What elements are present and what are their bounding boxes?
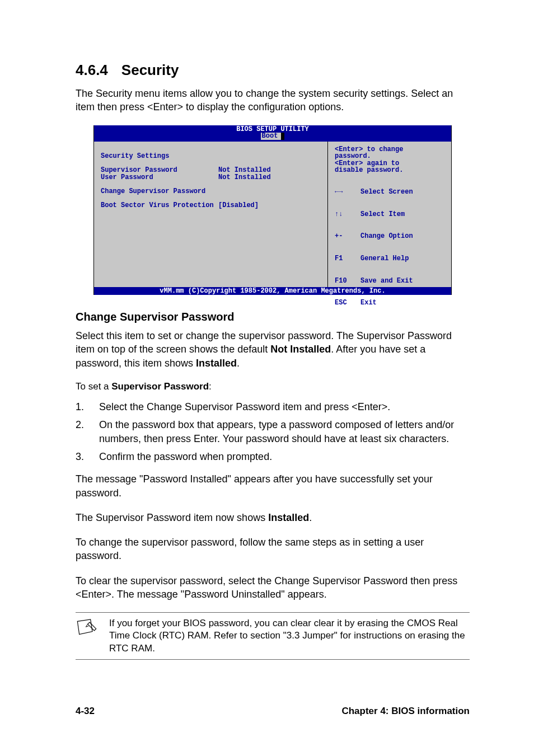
- bios-bootsector-label: Boot Sector Virus Protection: [101, 202, 218, 209]
- section-number: 4.6.4: [76, 62, 108, 79]
- bios-tab-boot: Boot: [261, 133, 285, 140]
- nav-key-esc: ESC: [335, 299, 360, 307]
- step-text: On the password box that appears, type a…: [99, 418, 470, 445]
- bios-user-label: User Password: [101, 174, 218, 181]
- nav-label-exit: Exit: [360, 299, 377, 307]
- chapter-label: Chapter 4: BIOS information: [341, 706, 470, 717]
- step-item: 3.Confirm the password when prompted.: [76, 450, 470, 463]
- bios-right-pane: <Enter> to change password. <Enter> agai…: [328, 142, 451, 287]
- step-num: 3.: [76, 450, 99, 463]
- para1-bold-installed: Installed: [196, 358, 237, 369]
- para1-c: .: [237, 358, 240, 369]
- bios-user-value: Not Installed: [218, 174, 271, 181]
- to-set-bold: Supervisor Password: [111, 381, 209, 392]
- para3-bold-installed: Installed: [268, 512, 309, 523]
- pencil-paper-icon: [76, 618, 98, 637]
- para3-b: .: [309, 512, 312, 523]
- nav-label-change-option: Change Option: [360, 233, 413, 240]
- to-set-prefix: To set a: [76, 381, 111, 392]
- bios-help-line4: disable password.: [335, 166, 403, 174]
- note-block: If you forget your BIOS password, you ca…: [76, 612, 470, 659]
- step-text: Select the Change Supervisor Password it…: [99, 400, 470, 414]
- bios-nav-legend: ←→Select Screen ↑↓Select Item +-Change O…: [335, 174, 444, 326]
- paragraph-3: The Supervisor Password item now shows I…: [76, 511, 470, 524]
- section-heading: 4.6.4Security: [76, 62, 470, 79]
- step-item: 2.On the password box that appears, type…: [76, 418, 470, 445]
- bios-screenshot: BIOS SETUP UTILITY Boot Security Setting…: [93, 125, 452, 295]
- paragraph-2: The message "Password Installed" appears…: [76, 472, 470, 500]
- page: 4.6.4Security The Security menu items al…: [0, 0, 534, 756]
- nav-label-select-screen: Select Screen: [360, 189, 413, 196]
- nav-key-f10: F10: [335, 278, 360, 285]
- intro-paragraph: The Security menu items allow you to cha…: [76, 87, 470, 114]
- nav-label-select-item: Select Item: [360, 211, 405, 218]
- nav-key-pm: +-: [335, 233, 360, 240]
- step-num: 2.: [76, 418, 99, 445]
- step-text: Confirm the password when prompted.: [99, 450, 470, 463]
- nav-label-general-help: General Help: [360, 255, 409, 262]
- steps-list: 1.Select the Change Supervisor Password …: [76, 400, 470, 463]
- to-set-line: To set a Supervisor Password:: [76, 381, 470, 392]
- bios-header: BIOS SETUP UTILITY Boot: [93, 125, 452, 142]
- note-text: If you forget your BIOS password, you ca…: [109, 617, 470, 654]
- bios-change-supervisor: Change Supervisor Password: [101, 187, 205, 195]
- para1-bold-notinstalled: Not Installed: [270, 344, 331, 355]
- section-title: Security: [121, 62, 179, 78]
- bios-help-text: <Enter> to change password. <Enter> agai…: [335, 146, 444, 174]
- bios-left-pane: Security Settings Supervisor PasswordNot…: [94, 142, 328, 287]
- paragraph-5: To clear the supervisor password, select…: [76, 574, 470, 602]
- paragraph-1: Select this item to set or change the su…: [76, 329, 470, 370]
- para3-a: The Supervisor Password item now shows: [76, 512, 268, 523]
- nav-label-save-exit: Save and Exit: [360, 278, 413, 285]
- page-number: 4-32: [76, 706, 95, 717]
- to-set-suffix: :: [209, 381, 212, 392]
- step-item: 1.Select the Change Supervisor Password …: [76, 400, 470, 414]
- nav-key-ud: ↑↓: [335, 211, 360, 218]
- page-footer: 4-32 Chapter 4: BIOS information: [76, 706, 470, 717]
- step-num: 1.: [76, 400, 99, 414]
- nav-key-lr: ←→: [335, 189, 360, 196]
- bios-bootsector-value: [Disabled]: [218, 202, 259, 209]
- bios-security-settings: Security Settings: [101, 152, 169, 160]
- note-icon: [76, 617, 109, 654]
- nav-key-f1: F1: [335, 255, 360, 262]
- paragraph-4: To change the supervisor password, follo…: [76, 536, 470, 563]
